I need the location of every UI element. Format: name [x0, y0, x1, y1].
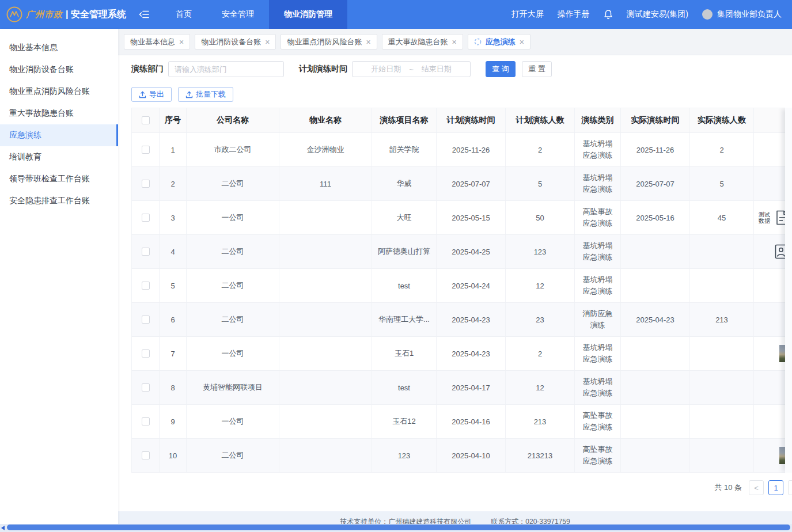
row-select-cell — [132, 235, 160, 269]
cell-plan-time: 2025-07-07 — [437, 167, 506, 201]
cell-actual-time — [621, 337, 690, 371]
cell-project: test — [372, 371, 437, 405]
row-checkbox[interactable] — [142, 451, 150, 459]
scroll-left-arrow-icon[interactable] — [1, 526, 5, 530]
sidebar-item[interactable]: 领导带班检查工作台账 — [0, 168, 118, 190]
collapse-sidebar-icon[interactable] — [139, 10, 149, 19]
select-all-header-cell — [132, 108, 160, 133]
cell-property: 111 — [279, 167, 372, 201]
cell-seq: 7 — [160, 337, 187, 371]
nav-item[interactable]: 物业消防管理 — [269, 0, 347, 29]
sidebar-item[interactable]: 培训教育 — [0, 146, 118, 168]
next-page-button[interactable]: > — [788, 480, 792, 495]
user-menu[interactable]: 集团物业部负责人 — [702, 9, 782, 20]
row-select-cell — [132, 269, 160, 303]
cell-project: 玉石1 — [372, 337, 437, 371]
cell-actual-time — [621, 405, 690, 439]
date-range-separator: ~ — [409, 65, 414, 74]
cell-seq: 1 — [160, 133, 187, 167]
close-icon[interactable]: × — [520, 38, 524, 46]
cell-property — [279, 201, 372, 235]
cell-plan-time: 2025-04-25 — [437, 235, 506, 269]
prev-page-button[interactable]: < — [749, 480, 764, 495]
row-checkbox[interactable] — [142, 417, 150, 425]
tab[interactable]: 应急演练× — [468, 34, 530, 50]
cell-seq: 5 — [160, 269, 187, 303]
pagination: 共 10 条 < 1 > — [131, 480, 792, 495]
org-switcher[interactable]: 测试建安易(集团) — [627, 9, 688, 20]
main-area: 物业基本信息×物业消防设备台账×物业重点消防风险台账×重大事故隐患台账×应急演练… — [118, 29, 792, 532]
app-window: 广州市政 | 安全管理系统 首页安全管理物业消防管理 打开大屏 操作手册 — [0, 0, 792, 532]
cell-plan-count: 213 — [506, 405, 575, 439]
cell-company: 二公司 — [187, 235, 279, 269]
end-date-placeholder: 结束日期 — [422, 64, 452, 74]
cell-actual-count — [690, 269, 754, 303]
batch-download-button[interactable]: 批量下载 — [178, 87, 233, 102]
avatar — [702, 9, 713, 20]
close-icon[interactable]: × — [179, 38, 184, 46]
row-select-cell — [132, 167, 160, 201]
sidebar-item[interactable]: 应急演练 — [0, 124, 118, 146]
bell-icon[interactable] — [604, 9, 613, 20]
table-row: 10二公司1232025-04-10213213高坠事故应急演练 — [132, 439, 792, 473]
attachment-filename: 测试数据 — [757, 211, 771, 224]
export-button[interactable]: 导出 — [131, 87, 172, 102]
sidebar-item[interactable]: 物业重点消防风险台账 — [0, 81, 118, 102]
cell-seq: 6 — [160, 303, 187, 337]
cell-actual-count — [690, 235, 754, 269]
table-header-row: 序号公司名称物业名称演练项目名称计划演练时间计划演练人数演练类别实际演练时间实际… — [132, 108, 792, 133]
nav-item[interactable]: 首页 — [161, 0, 207, 29]
tab[interactable]: 物业重点消防风险台账× — [281, 34, 377, 50]
row-checkbox[interactable] — [142, 146, 150, 154]
cell-project: 大旺 — [372, 201, 437, 235]
close-icon[interactable]: × — [366, 38, 370, 46]
tab[interactable]: 物业基本信息× — [124, 34, 190, 50]
row-checkbox[interactable] — [142, 349, 150, 358]
sidebar-item[interactable]: 重大事故隐患台账 — [0, 102, 118, 124]
sidebar-item[interactable]: 安全隐患排查工作台账 — [0, 190, 118, 212]
horizontal-scrollbar[interactable] — [0, 524, 792, 532]
tab[interactable]: 物业消防设备台账× — [195, 34, 276, 50]
cell-project: 阿萨德奥山打算 — [372, 235, 437, 269]
row-checkbox[interactable] — [142, 316, 150, 324]
row-checkbox[interactable] — [142, 248, 150, 256]
cell-plan-count: 2 — [506, 337, 575, 371]
close-icon[interactable]: × — [452, 38, 457, 46]
manual-link[interactable]: 操作手册 — [558, 9, 590, 20]
cell-plan-count: 12 — [506, 371, 575, 405]
reset-button[interactable]: 重 置 — [522, 61, 552, 77]
cell-company: 二公司 — [187, 303, 279, 337]
cell-seq: 3 — [160, 201, 187, 235]
dept-filter-label: 演练部门 — [131, 64, 164, 74]
row-checkbox[interactable] — [142, 282, 150, 290]
scrollbar-thumb[interactable] — [7, 525, 790, 530]
start-date-placeholder: 开始日期 — [371, 64, 401, 74]
cell-seq: 8 — [160, 371, 187, 405]
cell-plan-time: 2025-04-23 — [437, 303, 506, 337]
page-number-button[interactable]: 1 — [768, 480, 783, 495]
dept-filter-input[interactable] — [168, 61, 284, 77]
sidebar-item[interactable]: 物业消防设备台账 — [0, 59, 118, 81]
content-panel: 演练部门 计划演练时间 开始日期 ~ 结束日期 查 询 重 置 — [118, 55, 792, 511]
row-select-cell — [132, 405, 160, 439]
cell-plan-time: 2025-05-15 — [437, 201, 506, 235]
cell-project: 华威 — [372, 167, 437, 201]
cell-category: 高坠事故应急演练 — [575, 405, 621, 439]
plan-time-range-picker[interactable]: 开始日期 ~ 结束日期 — [352, 61, 471, 77]
row-checkbox[interactable] — [142, 383, 150, 392]
table-row: 3一公司大旺2025-05-1550高坠事故应急演练2025-05-1645测试… — [132, 201, 792, 235]
cell-actual-count: 45 — [690, 201, 754, 235]
cell-property: 金沙洲物业 — [279, 133, 372, 167]
open-bigscreen-link[interactable]: 打开大屏 — [511, 9, 544, 20]
search-button[interactable]: 查 询 — [486, 61, 516, 77]
tab[interactable]: 重大事故隐患台账× — [382, 34, 463, 50]
nav-item[interactable]: 安全管理 — [207, 0, 269, 29]
row-checkbox[interactable] — [142, 180, 150, 188]
cell-property — [279, 337, 372, 371]
sidebar-item[interactable]: 物业基本信息 — [0, 37, 118, 59]
table-row: 2二公司111华威2025-07-075基坑坍塌应急演练2025-07-075 — [132, 167, 792, 201]
cell-project: 玉石12 — [372, 405, 437, 439]
close-icon[interactable]: × — [265, 38, 270, 46]
select-all-checkbox[interactable] — [142, 116, 150, 124]
row-checkbox[interactable] — [142, 214, 150, 222]
